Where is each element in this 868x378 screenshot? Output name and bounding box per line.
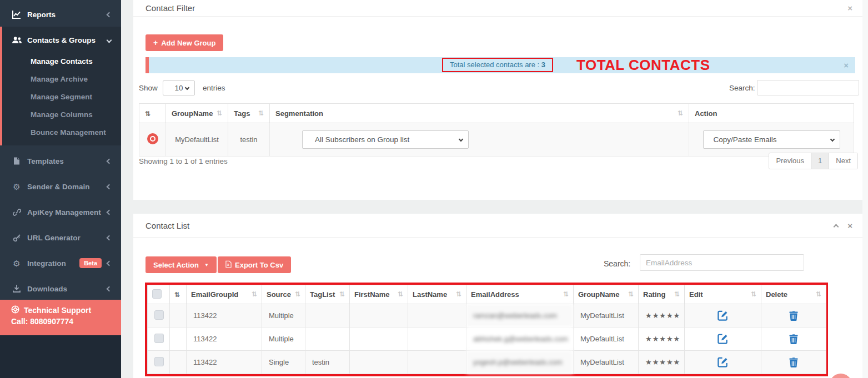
- firstname-cell: [350, 304, 408, 327]
- sort-column-header[interactable]: ⇅: [139, 104, 166, 123]
- edit-icon[interactable]: [691, 310, 754, 321]
- table-row: 113422 Multiple ramzan@weberleads.com My…: [148, 304, 826, 327]
- chevron-down-icon: [107, 37, 112, 43]
- groupname-column-header[interactable]: GroupName⇅: [574, 285, 639, 304]
- contact-search-input[interactable]: [640, 254, 804, 271]
- life-ring-icon: [11, 305, 19, 315]
- group-radio[interactable]: [147, 133, 158, 144]
- sidebar-item-label: Sender & Domain: [27, 183, 107, 191]
- contact-list-header: Contact List ×: [133, 214, 862, 238]
- sidebar-item-downloads[interactable]: Downloads: [0, 280, 121, 298]
- link-icon: [11, 208, 22, 216]
- chevron-down-icon: [459, 137, 463, 142]
- sidebar-item-reports[interactable]: Reports: [0, 6, 121, 23]
- sort-icon: ⇅: [816, 290, 821, 298]
- segmentation-select[interactable]: All Subscribers on Group list: [302, 130, 469, 149]
- collapse-icon[interactable]: [834, 224, 839, 230]
- next-page-button[interactable]: Next: [829, 153, 857, 169]
- table-info: Showing 1 to 1 of 1 entries: [139, 157, 228, 165]
- close-icon[interactable]: ×: [847, 0, 852, 17]
- table-row: 113422 Single testin yogesh.p@weberleads…: [148, 351, 826, 374]
- segmentation-column-header[interactable]: Segmentation⇅: [270, 104, 689, 123]
- page-size-select[interactable]: 10: [163, 80, 195, 95]
- sort-column-header[interactable]: ⇅: [170, 285, 187, 304]
- taglist-cell: testin: [305, 351, 350, 374]
- taglist-column-header[interactable]: TagList⇅: [305, 285, 350, 304]
- sort-icon: ⇅: [456, 290, 461, 298]
- edit-icon[interactable]: [691, 356, 754, 368]
- beta-badge: Beta: [79, 258, 102, 268]
- lastname-cell: [408, 351, 466, 374]
- sort-icon: ⇅: [252, 290, 257, 298]
- sidebar-item-manage-segment[interactable]: Manage Segment: [2, 88, 121, 106]
- sidebar-item-integration[interactable]: ⚙ Integration Beta: [0, 254, 121, 272]
- emailgroupid-column-header[interactable]: EmailGroupId⇅: [187, 285, 262, 304]
- firstname-column-header[interactable]: FirstName⇅: [350, 285, 408, 304]
- sidebar-item-label: ApiKey Management: [27, 208, 107, 216]
- delete-icon[interactable]: [768, 334, 819, 344]
- table-row: 113422 Multiple abhishek.g@weberleads.co…: [148, 327, 826, 351]
- sidebar-item-label: Templates: [27, 157, 107, 165]
- scrollbar-track[interactable]: [862, 0, 868, 378]
- edit-column-header[interactable]: Edit⇅: [685, 285, 761, 304]
- email-cell-redacted: abhishek.g@weberleads.com: [466, 327, 574, 351]
- delete-icon[interactable]: [768, 357, 819, 367]
- annotation-total-contacts: TOTAL CONTACTS: [576, 57, 710, 74]
- sidebar-item-manage-columns[interactable]: Manage Columns: [2, 106, 121, 124]
- filter-search-input[interactable]: [757, 80, 859, 95]
- row-checkbox[interactable]: [154, 334, 164, 343]
- groupname-cell: MyDefaultList: [574, 351, 639, 374]
- chart-line-icon: [11, 10, 22, 19]
- row-checkbox[interactable]: [154, 310, 164, 320]
- technical-support-block[interactable]: Technical Support Call: 8080907774: [0, 300, 121, 335]
- groupname-column-header[interactable]: GroupName⇅: [166, 104, 228, 123]
- download-icon: [11, 285, 22, 293]
- delete-icon[interactable]: [768, 311, 819, 321]
- action-select[interactable]: Copy/Paste Emails: [703, 130, 840, 149]
- sidebar-item-apikey-management[interactable]: ApiKey Management: [0, 203, 121, 221]
- csv-file-icon: x: [225, 260, 232, 270]
- select-action-button[interactable]: Select Action ▼: [145, 256, 217, 273]
- sort-icon: ⇅: [398, 290, 403, 298]
- close-icon[interactable]: ×: [847, 214, 852, 238]
- previous-page-button[interactable]: Previous: [769, 153, 811, 169]
- emailaddress-column-header[interactable]: EmailAddress⇅: [466, 285, 574, 304]
- sidebar-item-url-generator[interactable]: URL Generator: [0, 229, 121, 246]
- page-number-button[interactable]: 1: [811, 153, 829, 169]
- rating-column-header[interactable]: Rating⇅: [639, 285, 685, 304]
- sidebar-item-sender-domain[interactable]: ⚙ Sender & Domain: [0, 178, 121, 195]
- tags-column-header[interactable]: Tags⇅: [228, 104, 270, 123]
- action-value: Copy/Paste Emails: [714, 135, 777, 144]
- sidebar-item-manage-archive[interactable]: Manage Archive: [2, 70, 121, 88]
- export-to-csv-button[interactable]: x Export To Csv: [218, 256, 291, 273]
- email-cell-redacted: ramzan@weberleads.com: [466, 304, 574, 327]
- contact-table: ⇅ EmailGroupId⇅ Source⇅ TagList⇅ FirstNa…: [147, 285, 826, 374]
- svg-text:x: x: [227, 263, 229, 266]
- row-checkbox[interactable]: [154, 357, 164, 366]
- lastname-cell: [408, 304, 466, 327]
- select-all-checkbox[interactable]: [152, 289, 162, 299]
- delete-column-header[interactable]: Delete⇅: [761, 285, 826, 304]
- search-label: Search:: [604, 259, 630, 268]
- email-group-id-cell: 113422: [187, 351, 262, 374]
- sidebar-item-contacts-groups[interactable]: Contacts & Groups: [2, 30, 121, 50]
- gear-icon: ⚙: [11, 259, 22, 268]
- group-row: MyDefaultList testin All Subscribers on …: [139, 123, 854, 157]
- rating-stars: ★★★★★: [639, 327, 685, 351]
- edit-icon[interactable]: [691, 333, 754, 345]
- alert-close-icon[interactable]: ×: [844, 57, 849, 73]
- add-new-group-button[interactable]: + Add New Group: [145, 34, 223, 51]
- sort-icon: ⇅: [258, 109, 264, 117]
- chevron-left-icon: [107, 184, 112, 189]
- sidebar-item-bounce-management[interactable]: Bounce Management: [2, 124, 121, 142]
- sidebar-item-templates[interactable]: Templates: [0, 152, 121, 170]
- entries-label: entries: [203, 84, 225, 92]
- source-cell: Single: [262, 351, 305, 374]
- pagination: Previous 1 Next: [769, 153, 858, 169]
- sort-icon: ⇅: [217, 109, 222, 117]
- chevron-left-icon: [107, 235, 112, 240]
- source-column-header[interactable]: Source⇅: [262, 285, 305, 304]
- lastname-column-header[interactable]: LastName⇅: [408, 285, 466, 304]
- sidebar-item-manage-contacts[interactable]: Manage Contacts: [2, 53, 121, 70]
- chevron-left-icon: [107, 12, 112, 17]
